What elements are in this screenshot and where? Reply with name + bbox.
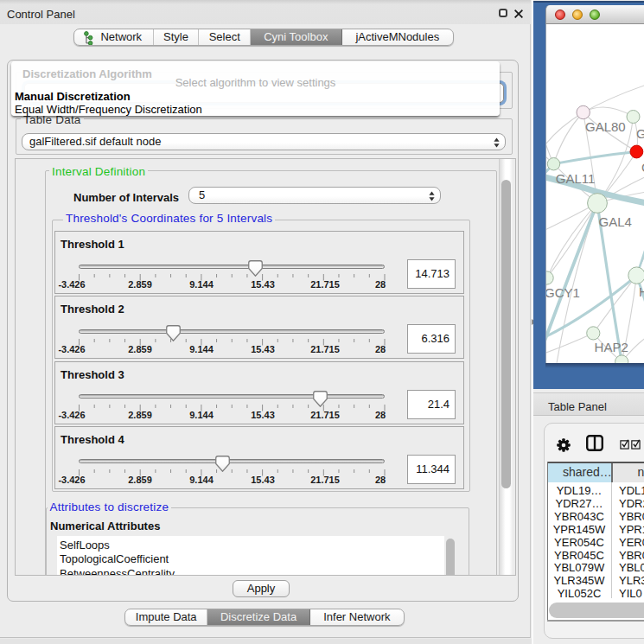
svg-text:GAL11: GAL11 — [556, 171, 596, 186]
svg-text:GAL80: GAL80 — [585, 119, 626, 134]
svg-text:HAP2: HAP2 — [595, 340, 628, 354]
svg-text:GCY1: GCY1 — [546, 285, 580, 300]
svg-text:GA: GA — [636, 126, 644, 141]
svg-text:GAL4: GAL4 — [599, 214, 632, 229]
svg-text:H: H — [639, 284, 644, 299]
